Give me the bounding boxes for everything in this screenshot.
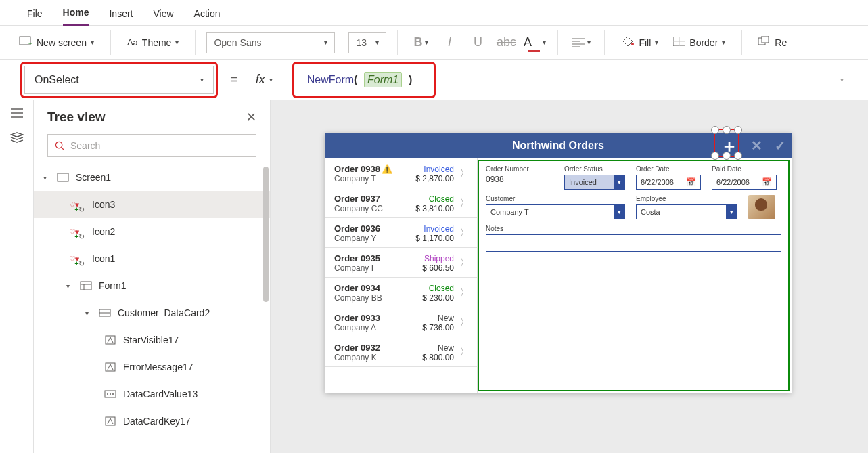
close-icon[interactable]: ✕ xyxy=(246,110,256,125)
fill-button[interactable]: Fill ▾ xyxy=(616,33,664,52)
border-icon xyxy=(673,37,685,48)
tree-node-datacard[interactable]: ▾ Customer_DataCard2 xyxy=(34,299,270,326)
svg-point-6 xyxy=(631,43,634,45)
chevron-down-icon: ▾ xyxy=(375,39,379,46)
orders-gallery[interactable]: Order 0938⚠️Company TInvoiced$ 2,870.00〉… xyxy=(325,158,478,393)
formula-function: NewForm xyxy=(307,74,354,86)
svg-point-28 xyxy=(112,393,114,395)
chevron-down-icon: ▾ xyxy=(655,39,658,46)
font-size-value: 13 xyxy=(356,37,367,48)
chevron-down-icon: ▾ xyxy=(175,39,179,46)
order-status-dropdown[interactable]: Invoiced▾ xyxy=(564,175,625,190)
paid-date-picker[interactable]: 6/22/2006📅 xyxy=(712,175,777,190)
accept-icon[interactable]: ✓ xyxy=(775,137,786,154)
tree-label: DataCardKey17 xyxy=(123,416,191,427)
chevron-down-icon: ▾ xyxy=(200,76,204,83)
strikethrough-button[interactable]: abc xyxy=(494,30,518,55)
datacard-icon xyxy=(97,309,112,317)
order-form: Order Number 0938 Order Status Invoiced▾… xyxy=(478,160,790,391)
gallery-row[interactable]: Order 0934Company BBClosed$ 230.00〉 xyxy=(325,278,477,307)
tree-node-star[interactable]: StarVisible17 xyxy=(34,326,270,353)
theme-button[interactable]: Aa Theme ▾ xyxy=(122,35,184,51)
tree-scrollbar[interactable] xyxy=(263,167,269,302)
tree-label: Icon3 xyxy=(92,199,115,210)
combobox-icon xyxy=(103,390,118,398)
search-icon xyxy=(55,141,65,151)
tree-label: DataCardValue13 xyxy=(123,389,198,400)
formula-input[interactable]: NewForm( Form1 ) xyxy=(296,66,432,94)
align-button[interactable]: ▾ xyxy=(569,30,593,55)
tree-node-dck[interactable]: DataCardKey17 xyxy=(34,408,270,435)
tree-node-form1[interactable]: ▾ Form1 xyxy=(34,272,270,299)
tree-node-err[interactable]: ErrorMessage17 xyxy=(34,353,270,381)
order-date-picker[interactable]: 6/22/2006📅 xyxy=(636,175,701,190)
gallery-row[interactable]: Order 0937Company CCClosed$ 3,810.00〉 xyxy=(325,188,477,218)
italic-button[interactable]: I xyxy=(437,30,461,55)
chevron-right-icon: 〉 xyxy=(459,196,470,211)
screen-icon: + xyxy=(19,36,32,49)
underline-button[interactable]: U xyxy=(465,30,490,55)
new-screen-button[interactable]: + New screen ▾ xyxy=(14,33,99,51)
gallery-row[interactable]: Order 0935Company IShipped$ 606.50〉 xyxy=(325,248,477,278)
tree-label: Icon2 xyxy=(92,226,115,237)
font-family-value: Open Sans xyxy=(214,37,261,48)
ribbon: + New screen ▾ Aa Theme ▾ Open Sans ▾ 13… xyxy=(0,26,868,60)
font-family-dropdown[interactable]: Open Sans ▾ xyxy=(206,32,335,53)
menu-insert[interactable]: Insert xyxy=(109,4,133,26)
field-label: Order Date xyxy=(636,165,701,173)
tree-node-icon2[interactable]: ♡♥ +↻ Icon2 xyxy=(34,218,270,245)
reorder-button[interactable]: Re xyxy=(753,33,792,51)
tree-title: Tree view xyxy=(47,110,106,125)
gallery-row[interactable]: Order 0936Company YInvoiced$ 1,170.00〉 xyxy=(325,218,477,248)
tree-view-icon[interactable] xyxy=(9,130,24,145)
chevron-down-icon: ▾ xyxy=(587,39,591,46)
canvas[interactable]: Northwind Orders ＋ ✕ ✓ Order 0938⚠️Co xyxy=(271,100,868,453)
tree-node-dcv[interactable]: DataCardValue13 xyxy=(34,381,270,408)
tree-node-screen1[interactable]: ▾ Screen1 xyxy=(34,164,270,191)
menu-bar: File Home Insert View Action xyxy=(0,0,868,26)
notes-input[interactable] xyxy=(486,234,781,252)
tree-label: Customer_DataCard2 xyxy=(118,307,210,318)
property-value: OnSelect xyxy=(35,74,79,86)
tree-label: Icon1 xyxy=(92,253,115,264)
label-icon xyxy=(103,362,118,372)
formula-expand-icon[interactable]: ▾ xyxy=(840,76,844,83)
menu-view[interactable]: View xyxy=(153,4,173,26)
chevron-down-icon: ▾ xyxy=(324,39,327,46)
svg-rect-18 xyxy=(81,282,91,290)
field-label: Order Status xyxy=(564,165,625,173)
tree-panel: Tree view ✕ Search ▾ Screen1 ♡♥ +↻ Icon3… xyxy=(34,100,271,453)
gallery-row[interactable]: Order 0933Company ANew$ 736.00〉 xyxy=(325,307,477,337)
menu-home[interactable]: Home xyxy=(63,3,89,26)
font-color-button[interactable]: A▾ xyxy=(522,30,547,55)
svg-text:+: + xyxy=(28,41,32,47)
customer-dropdown[interactable]: Company T▾ xyxy=(486,204,625,219)
gallery-row[interactable]: Order 0938⚠️Company TInvoiced$ 2,870.00〉 xyxy=(325,158,477,188)
form-icon xyxy=(78,281,93,290)
menu-action[interactable]: Action xyxy=(194,4,221,26)
menu-file[interactable]: File xyxy=(27,4,43,26)
tree-label: Screen1 xyxy=(76,172,111,183)
tree-search-input[interactable]: Search xyxy=(47,134,256,157)
cancel-icon[interactable]: ✕ xyxy=(751,137,762,154)
field-label: Employee xyxy=(636,195,737,202)
workspace: Tree view ✕ Search ▾ Screen1 ♡♥ +↻ Icon3… xyxy=(0,100,868,453)
border-button[interactable]: Border ▾ xyxy=(668,34,731,51)
chevron-right-icon: 〉 xyxy=(459,316,470,330)
border-label: Border xyxy=(689,37,718,48)
chevron-right-icon: 〉 xyxy=(459,226,470,240)
svg-point-26 xyxy=(107,393,108,395)
svg-rect-17 xyxy=(58,173,68,181)
chevron-down-icon: ▾ xyxy=(726,204,737,219)
hamburger-icon[interactable] xyxy=(9,106,24,121)
formula-arg: Form1 xyxy=(364,72,402,87)
gallery-row[interactable]: Order 0932Company KNew$ 800.00〉 xyxy=(325,337,477,367)
employee-dropdown[interactable]: Costa▾ xyxy=(636,204,737,219)
fx-button[interactable]: fx▾ xyxy=(250,70,278,89)
bold-button[interactable]: B▾ xyxy=(409,30,433,55)
tree-node-icon3[interactable]: ♡♥ +↻ Icon3 xyxy=(34,191,270,218)
property-dropdown[interactable]: OnSelect ▾ xyxy=(24,66,214,94)
tree-node-icon1[interactable]: ♡♥ +↻ Icon1 xyxy=(34,245,270,272)
font-size-dropdown[interactable]: 13 ▾ xyxy=(348,32,386,53)
chevron-right-icon: 〉 xyxy=(459,345,470,360)
